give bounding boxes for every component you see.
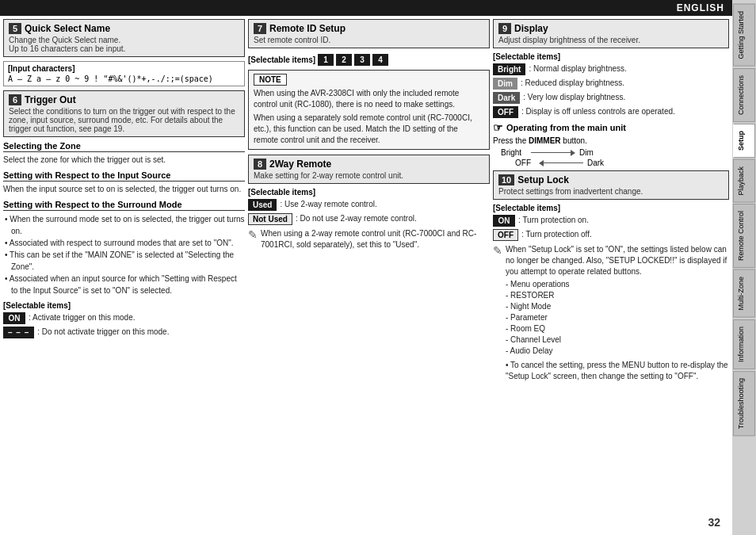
sidebar: Getting Started Connections Setup Playba… bbox=[732, 0, 756, 535]
remote-id-2: 2 bbox=[336, 54, 352, 66]
setting-surround-title: Setting with Respect to the Surround Mod… bbox=[3, 200, 245, 211]
section8-title-text: 2Way Remote bbox=[269, 159, 331, 170]
sidebar-tab-multizone[interactable]: Multi-Zone bbox=[733, 269, 755, 318]
section8-number: 8 bbox=[254, 159, 266, 170]
dimmer-row1: Bright Dim bbox=[501, 148, 729, 157]
dim-desc: : Reduced display brightness. bbox=[521, 78, 624, 89]
setuplock-selectable: [Selectable items] ON : Turn protection … bbox=[493, 204, 729, 241]
display-off-row: OFF : Display is off unless controls are… bbox=[493, 106, 729, 118]
tway-note-row: ✎ When using a 2-way remote control unit… bbox=[248, 228, 490, 250]
dim-badge: Dim bbox=[493, 78, 517, 90]
setuplock-bullet-5: - Room EQ bbox=[506, 323, 729, 334]
mid-column: 7 Remote ID Setup Set remote control ID.… bbox=[248, 19, 490, 532]
section9-box: 9 Display Adjust display brightness of t… bbox=[493, 19, 729, 48]
section5-desc1: Change the Quick Select name. bbox=[9, 36, 239, 44]
display-off-desc: : Display is off unless controls are ope… bbox=[521, 106, 675, 117]
section8-box: 8 2Way Remote Make setting for 2-way rem… bbox=[248, 155, 490, 184]
dark-desc: : Very low display brightness. bbox=[523, 92, 625, 103]
remote-id-1: 1 bbox=[318, 54, 334, 66]
trigger-dash-desc: : Do not activate trigger on this mode. bbox=[37, 327, 169, 338]
setuplock-bullet-3: - Night Mode bbox=[506, 301, 729, 312]
setuplock-off-row: OFF : Turn protection off. bbox=[493, 229, 729, 241]
off-label-text: OFF bbox=[515, 159, 537, 167]
section5-title-text: Quick Select Name bbox=[25, 23, 110, 34]
right-column: 9 Display Adjust display brightness of t… bbox=[493, 19, 729, 532]
tway-note-text: When using a 2-way remote control unit (… bbox=[261, 228, 490, 250]
display-off-badge: OFF bbox=[493, 106, 518, 118]
dark-badge: Dark bbox=[493, 92, 520, 104]
section7-number: 7 bbox=[254, 23, 266, 34]
sidebar-tab-playback[interactable]: Playback bbox=[733, 159, 755, 203]
section10-desc: Protect settings from inadvertent change… bbox=[498, 187, 724, 196]
sidebar-tab-connections[interactable]: Connections bbox=[733, 68, 755, 122]
english-bar: ENGLISH bbox=[0, 0, 732, 16]
dimmer-diagram: Bright Dim OFF Dark bbox=[501, 148, 729, 167]
surround-bullet-2: Associated with respect to surround mode… bbox=[5, 237, 245, 249]
h-line-2 bbox=[544, 162, 583, 163]
section10-title: 10 Setup Lock bbox=[498, 174, 724, 185]
sidebar-tab-troubleshooting[interactable]: Troubleshooting bbox=[733, 371, 755, 436]
surround-bullet-4: Associated when an input source for whic… bbox=[5, 273, 245, 296]
pencil-icon-2: ✎ bbox=[493, 244, 502, 257]
bright-to-dim-line bbox=[531, 150, 575, 156]
section5-title: 5 Quick Select Name bbox=[9, 23, 239, 34]
setuplock-bullets-container: When "Setup Lock" is set to "ON", the se… bbox=[506, 244, 729, 382]
bright-badge: Bright bbox=[493, 63, 525, 75]
section6-box: 6 Trigger Out Select the conditions to t… bbox=[3, 90, 245, 137]
setuplock-bullet-4: - Parameter bbox=[506, 312, 729, 323]
selecting-zone-text: Select the zone for which the trigger ou… bbox=[3, 155, 245, 166]
bright-desc: : Normal display brightness. bbox=[529, 63, 626, 75]
setuplock-bullet-7: - Audio Delay bbox=[506, 346, 729, 357]
english-label: ENGLISH bbox=[677, 2, 724, 13]
section6-number: 6 bbox=[9, 94, 21, 105]
dark-label-text: Dark bbox=[587, 159, 604, 167]
section6-title: 6 Trigger Out bbox=[9, 94, 239, 105]
operating-text: Press the DIMMER button. bbox=[493, 136, 729, 145]
trigger-item-on: ON : Activate trigger on this mode. bbox=[3, 312, 245, 324]
sidebar-tab-remote-control[interactable]: Remote Control bbox=[733, 204, 755, 268]
section9-desc: Adjust display brightness of the receive… bbox=[498, 36, 724, 44]
surround-bullet-1: When the surround mode set to on is sele… bbox=[5, 213, 245, 237]
section9-title-text: Display bbox=[514, 23, 548, 34]
operating-title-text: Operating from the main unit bbox=[506, 123, 626, 132]
trigger-selectable-label: [Selectable items] bbox=[3, 301, 245, 310]
surround-bullet-3: This can be set if the "MAIN ZONE" is se… bbox=[5, 249, 245, 273]
note-label: NOTE bbox=[254, 74, 287, 86]
section6-desc: Select the conditions to turn on the tri… bbox=[9, 107, 239, 133]
display-dim-row: Dim : Reduced display brightness. bbox=[493, 78, 729, 90]
section7-box: 7 Remote ID Setup Set remote control ID. bbox=[248, 19, 490, 48]
setuplock-on-badge: ON bbox=[493, 215, 515, 227]
dimmer-word: DIMMER bbox=[529, 136, 561, 145]
operating-section: ☞ Operating from the main unit Press the… bbox=[493, 121, 729, 167]
input-chars-label: [Input characters] bbox=[8, 64, 240, 73]
remote-id-items-row: [Selectable items] 1 2 3 4 bbox=[248, 52, 490, 67]
setuplock-on-desc: : Turn protection on. bbox=[518, 215, 589, 226]
remote-id-selectable: [Selectable items] 1 2 3 4 bbox=[248, 52, 490, 67]
tway-notused-desc: : Do not use 2-way remote control. bbox=[296, 213, 417, 224]
tway-notused-badge: Not Used bbox=[248, 213, 292, 225]
note-text2: When using a separately sold remote cont… bbox=[254, 113, 484, 146]
section8-desc: Make setting for 2-way remote control un… bbox=[254, 171, 484, 180]
tway-item-used: Used : Use 2-way remote control. bbox=[248, 199, 490, 211]
section7-desc: Set remote control ID. bbox=[254, 36, 484, 44]
dimmer-row2: OFF Dark bbox=[515, 159, 729, 167]
sidebar-tab-setup[interactable]: Setup bbox=[733, 124, 755, 158]
trigger-dash-badge: – – – bbox=[3, 327, 34, 338]
remote-id-note-box: NOTE When using the AVR-2308CI with only… bbox=[248, 70, 490, 150]
dim-label-text: Dim bbox=[579, 148, 594, 157]
pencil-icon: ✎ bbox=[248, 228, 258, 241]
input-chars-value: A – Z a – z 0 ~ 9 ! "#%&'()*+,-./:;=(spa… bbox=[8, 75, 240, 83]
setting-input-title: Setting with Respect to the Input Source bbox=[3, 170, 245, 182]
display-selectable: [Selectable items] Bright : Normal displ… bbox=[493, 52, 729, 118]
setuplock-bullet-0: When "Setup Lock" is set to "ON", the se… bbox=[506, 244, 729, 277]
operating-title: ☞ Operating from the main unit bbox=[493, 121, 729, 134]
display-selectable-label: [Selectable items] bbox=[493, 52, 729, 61]
off-to-dark-line bbox=[539, 160, 583, 166]
section10-number: 10 bbox=[498, 174, 514, 185]
sidebar-tab-getting-started[interactable]: Getting Started bbox=[733, 4, 755, 67]
sidebar-tab-information[interactable]: Information bbox=[733, 319, 755, 369]
page-number: 32 bbox=[708, 516, 720, 529]
trigger-selectable: [Selectable items] ON : Activate trigger… bbox=[3, 301, 245, 338]
section7-title: 7 Remote ID Setup bbox=[254, 23, 484, 34]
setuplock-bullet-6: - Channel Level bbox=[506, 334, 729, 346]
